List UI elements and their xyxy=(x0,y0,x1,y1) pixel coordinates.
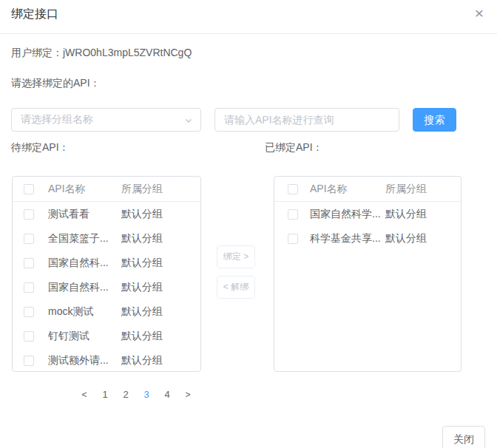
api-group-cell: 默认分组 xyxy=(121,354,163,367)
api-group-cell: 默认分组 xyxy=(121,257,163,270)
user-binding-line: 用户绑定：jWRO0hL3mpL5ZVRtNCgQ xyxy=(11,45,192,60)
api-search-input[interactable] xyxy=(214,108,399,132)
api-group-cell: 默认分组 xyxy=(121,330,163,343)
bound-api-label: 已绑定API： xyxy=(265,140,323,155)
api-name-cell: mock测试 xyxy=(48,305,121,319)
api-name-cell: 测试看看 xyxy=(48,208,121,221)
api-group-cell: 默认分组 xyxy=(121,232,163,245)
select-all-checkbox[interactable] xyxy=(288,184,298,194)
page-number-1[interactable]: 1 xyxy=(96,384,114,405)
unbind-button[interactable]: < 解绑 xyxy=(217,276,255,299)
table-row[interactable]: 国家自然科学... 默认分组 xyxy=(274,202,461,226)
chevron-down-icon xyxy=(183,115,194,126)
bound-api-table: API名称 所属分组 国家自然科学... 默认分组 科学基金共享... 默认分组 xyxy=(274,176,462,372)
row-checkbox[interactable] xyxy=(24,209,34,220)
table-row[interactable]: 测试看看 默认分组 xyxy=(13,202,200,226)
close-icon[interactable]: × xyxy=(469,3,490,24)
close-button[interactable]: 关闭 xyxy=(442,426,485,448)
api-group-cell: 默认分组 xyxy=(121,281,163,294)
search-button[interactable]: 搜索 xyxy=(413,108,456,132)
group-select[interactable]: 请选择分组名称 xyxy=(11,108,201,132)
api-group-cell: 默认分组 xyxy=(385,232,427,245)
table-row[interactable]: 测试额外请... 默认分组 xyxy=(13,348,200,372)
user-binding-value: jWRO0hL3mpL5ZVRtNCgQ xyxy=(63,47,192,58)
table-row[interactable]: 国家自然科... 默认分组 xyxy=(13,275,200,299)
table-row[interactable]: 钉钉测试 默认分组 xyxy=(13,324,200,348)
page-number-4[interactable]: 4 xyxy=(158,384,176,405)
api-name-cell: 钉钉测试 xyxy=(48,330,121,343)
dialog-header: 绑定接口 × xyxy=(0,0,497,34)
table-row[interactable]: 国家自然科... 默认分组 xyxy=(13,251,200,275)
select-api-label: 请选择绑定的API： xyxy=(11,75,101,90)
row-checkbox[interactable] xyxy=(24,307,34,317)
table-row[interactable]: 全国菜篮子... 默认分组 xyxy=(13,226,200,251)
page-number-2[interactable]: 2 xyxy=(117,384,135,405)
prev-page-icon[interactable]: < xyxy=(75,384,93,405)
column-header-name: API名称 xyxy=(310,183,385,196)
api-group-cell: 默认分组 xyxy=(121,208,163,221)
api-name-cell: 全国菜篮子... xyxy=(48,232,121,245)
api-name-cell: 国家自然科学... xyxy=(310,208,385,221)
pending-api-table: API名称 所属分组 测试看看 默认分组 全国菜篮子... 默认分组 国家自然科… xyxy=(12,176,201,372)
row-checkbox[interactable] xyxy=(24,331,34,342)
dialog-title: 绑定接口 xyxy=(11,6,58,22)
table-row[interactable]: 科学基金共享... 默认分组 xyxy=(274,226,461,251)
row-checkbox[interactable] xyxy=(24,356,34,366)
bind-button[interactable]: 绑定 > xyxy=(217,245,255,268)
bind-interface-dialog: 绑定接口 × 用户绑定：jWRO0hL3mpL5ZVRtNCgQ 请选择绑定的A… xyxy=(0,0,497,448)
next-page-icon[interactable]: > xyxy=(179,384,197,405)
select-all-checkbox[interactable] xyxy=(24,184,34,194)
api-group-cell: 默认分组 xyxy=(121,305,163,319)
api-name-cell: 国家自然科... xyxy=(48,281,121,294)
table-header: API名称 所属分组 xyxy=(274,177,461,202)
table-header: API名称 所属分组 xyxy=(13,177,200,202)
page-number-3-active[interactable]: 3 xyxy=(138,384,155,405)
column-header-group: 所属分组 xyxy=(385,183,427,196)
pagination: < 1 2 3 4 > xyxy=(74,384,198,405)
api-name-cell: 国家自然科... xyxy=(48,257,121,270)
row-checkbox[interactable] xyxy=(24,258,34,268)
column-header-group: 所属分组 xyxy=(121,183,163,196)
row-checkbox[interactable] xyxy=(24,282,34,293)
user-binding-label: 用户绑定： xyxy=(11,47,63,58)
row-checkbox[interactable] xyxy=(288,209,298,220)
row-checkbox[interactable] xyxy=(288,234,298,244)
group-select-placeholder: 请选择分组名称 xyxy=(21,113,93,126)
table-row[interactable]: mock测试 默认分组 xyxy=(13,299,200,324)
api-name-cell: 科学基金共享... xyxy=(310,232,385,245)
api-name-cell: 测试额外请... xyxy=(48,354,121,367)
pending-api-label: 待绑定API： xyxy=(11,140,70,155)
row-checkbox[interactable] xyxy=(24,234,34,244)
column-header-name: API名称 xyxy=(48,183,121,196)
api-group-cell: 默认分组 xyxy=(385,208,427,221)
